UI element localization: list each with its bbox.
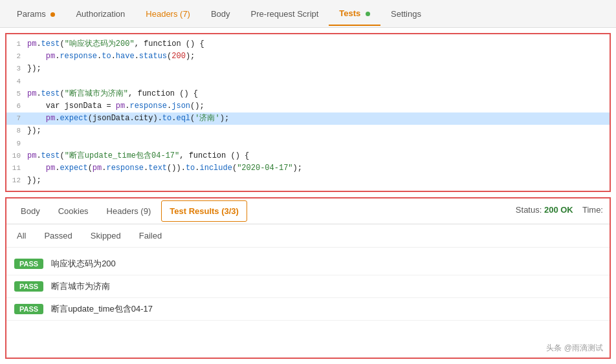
code-line-12: 12 });: [6, 175, 610, 187]
tab-body[interactable]: Body: [201, 3, 241, 25]
test-name-3: 断言update_time包含04-17: [51, 303, 153, 315]
filter-skipped[interactable]: Skipped: [87, 230, 125, 242]
params-dot: [50, 12, 55, 17]
pass-badge-1: PASS: [14, 259, 43, 269]
code-line-7: 7 pm.expect(jsonData.city).to.eql('济南');: [6, 112, 610, 125]
filter-passed[interactable]: Passed: [40, 230, 76, 242]
resp-tab-test-results[interactable]: Test Results (3/3): [161, 200, 247, 222]
filter-tab-bar: All Passed Skipped Failed: [6, 224, 610, 248]
tab-settings[interactable]: Settings: [380, 3, 432, 25]
tab-authorization[interactable]: Authorization: [65, 3, 135, 25]
pass-badge-2: PASS: [14, 281, 43, 292]
code-section-wrapper: 1 pm.test("响应状态码为200", function () { 2 p…: [5, 33, 611, 192]
test-item-1: PASS 响应状态码为200: [6, 253, 610, 275]
code-line-10: 10 pm.test("断言update_time包含04-17", funct…: [6, 150, 610, 162]
watermark: 头条 @雨滴测试: [546, 343, 603, 354]
resp-tab-body[interactable]: Body: [13, 201, 48, 221]
top-tab-bar: Params Authorization Headers (7) Body Pr…: [0, 0, 616, 28]
test-item-3: PASS 断言update_time包含04-17: [6, 298, 610, 321]
test-name-2: 断言城市为济南: [51, 281, 110, 292]
test-name-1: 响应状态码为200: [51, 258, 116, 270]
code-line-8: 8 });: [6, 125, 610, 137]
filter-failed[interactable]: Failed: [135, 230, 166, 242]
resp-tab-cookies[interactable]: Cookies: [50, 201, 96, 221]
tab-headers[interactable]: Headers (7): [135, 3, 201, 25]
tab-tests[interactable]: Tests: [329, 2, 380, 26]
code-line-9: 9: [6, 138, 610, 150]
resp-tab-headers[interactable]: Headers (9): [99, 201, 159, 221]
code-line-4: 4: [6, 76, 610, 88]
filter-all[interactable]: All: [13, 230, 30, 242]
code-line-11: 11 pm.expect(pm.response.text()).to.incl…: [6, 162, 610, 175]
code-line-6: 6 var jsonData = pm.response.json();: [6, 100, 610, 112]
code-line-1: 1 pm.test("响应状态码为200", function () {: [6, 38, 610, 50]
test-item-2: PASS 断言城市为济南: [6, 275, 610, 298]
response-tab-bar: Body Cookies Headers (9) Test Results (3…: [6, 198, 610, 224]
code-editor[interactable]: 1 pm.test("响应状态码为200", function () { 2 p…: [6, 34, 610, 191]
status-bar: Status: 200 OK Time:: [516, 205, 603, 215]
status-value: 200 OK: [544, 205, 573, 215]
code-editor-section: 1 pm.test("响应状态码为200", function () { 2 p…: [5, 33, 611, 192]
tab-params[interactable]: Params: [6, 3, 65, 25]
code-line-5: 5 pm.test("断言城市为济南", function () {: [6, 88, 610, 100]
tab-prerequest[interactable]: Pre-request Script: [241, 3, 329, 25]
pass-badge-3: PASS: [14, 304, 43, 314]
code-line-3: 3 });: [6, 63, 610, 75]
main-content: 1 pm.test("响应状态码为200", function () { 2 p…: [0, 28, 616, 364]
test-results-list: PASS 响应状态码为200 PASS 断言城市为济南 PASS 断言updat…: [6, 248, 610, 326]
response-section: Body Cookies Headers (9) Test Results (3…: [5, 197, 611, 359]
code-line-2: 2 pm.response.to.have.status(200);: [6, 50, 610, 63]
tests-dot: [366, 12, 370, 16]
